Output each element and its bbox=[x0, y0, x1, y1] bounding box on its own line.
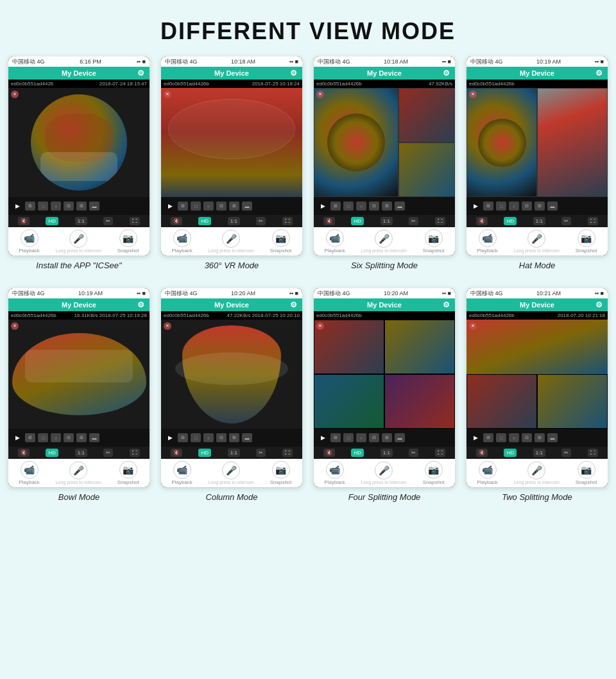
ratio-btn-1[interactable]: 1:1 bbox=[75, 217, 87, 225]
intercom-btn-6[interactable]: 🎤 Long press to intercom bbox=[209, 461, 254, 485]
playback-btn-3[interactable]: 📹 Playback bbox=[324, 229, 345, 254]
fullscreen-btn-6[interactable]: ⛶ bbox=[282, 449, 293, 457]
fullscreen-btn-4[interactable]: ⛶ bbox=[588, 217, 598, 225]
close-icon-4[interactable]: ✕ bbox=[469, 90, 477, 98]
mode-icon-3[interactable]: ○ bbox=[51, 202, 61, 211]
scissor-btn-6[interactable]: ✂ bbox=[256, 449, 266, 457]
bowl-mode-icon-4[interactable]: ⊟ bbox=[64, 433, 74, 442]
snapshot-btn-6[interactable]: 📷 Snapshot bbox=[270, 461, 292, 485]
four-mode-icon-4[interactable]: ⊟ bbox=[369, 433, 379, 442]
six-mode-icon-4[interactable]: ⊟ bbox=[369, 202, 379, 211]
intercom-btn-8[interactable]: 🎤 Long press to intercom bbox=[514, 461, 560, 485]
ratio-btn-6[interactable]: 1:1 bbox=[228, 449, 240, 457]
hd-btn-3[interactable]: HD bbox=[351, 217, 364, 225]
ratio-btn-5[interactable]: 1:1 bbox=[75, 449, 87, 457]
playback-btn-7[interactable]: 📹 Playback bbox=[324, 461, 345, 485]
mode-icon-4[interactable]: ⊟ bbox=[64, 202, 74, 211]
hd-btn-1[interactable]: HD bbox=[46, 217, 58, 225]
col-mode-icon-3[interactable]: ○ bbox=[203, 433, 214, 442]
playback-btn-5[interactable]: 📹 Playback bbox=[19, 461, 39, 485]
play-icon-2[interactable]: ▶ bbox=[165, 202, 175, 211]
mute-btn-4[interactable]: 🔇 bbox=[476, 217, 488, 225]
col-mode-icon-4[interactable]: ⊟ bbox=[216, 433, 227, 442]
fullscreen-btn-3[interactable]: ⛶ bbox=[435, 217, 445, 225]
hd-btn-4[interactable]: HD bbox=[504, 217, 517, 225]
six-mode-icon-2[interactable]: □ bbox=[343, 202, 354, 211]
two-mode-icon-2[interactable]: □ bbox=[496, 433, 506, 442]
playback-btn-4[interactable]: 📹 Playback bbox=[477, 229, 497, 254]
two-mode-icon-5[interactable]: ⊞ bbox=[535, 433, 545, 442]
fullscreen-btn-8[interactable]: ⛶ bbox=[588, 449, 598, 457]
scissor-btn-7[interactable]: ✂ bbox=[409, 449, 418, 457]
four-mode-icon-2[interactable]: □ bbox=[343, 433, 354, 442]
four-mode-icon-5[interactable]: ⊞ bbox=[382, 433, 392, 442]
fullscreen-btn-7[interactable]: ⛶ bbox=[435, 449, 445, 457]
ratio-btn-7[interactable]: 1:1 bbox=[381, 449, 393, 457]
two-mode-icon-6[interactable]: ▬ bbox=[547, 433, 558, 442]
play-icon-7[interactable]: ▶ bbox=[318, 433, 328, 442]
hd-btn-2[interactable]: HD bbox=[198, 217, 211, 225]
intercom-btn-5[interactable]: 🎤 Long press to intercom bbox=[56, 461, 101, 485]
hat-mode-icon-6[interactable]: ▬ bbox=[547, 202, 558, 211]
close-icon-1[interactable]: ✕ bbox=[11, 90, 19, 98]
snapshot-btn-5[interactable]: 📷 Snapshot bbox=[117, 461, 139, 485]
snapshot-btn-2[interactable]: 📷 Snapshot bbox=[270, 229, 292, 254]
close-icon-6[interactable]: ✕ bbox=[164, 322, 171, 330]
mute-btn-7[interactable]: 🔇 bbox=[323, 449, 335, 457]
mute-btn-2[interactable]: 🔇 bbox=[171, 217, 182, 225]
hat-mode-icon-4[interactable]: ⊟ bbox=[522, 202, 532, 211]
scissor-btn-4[interactable]: ✂ bbox=[561, 217, 571, 225]
hat-mode-icon-2[interactable]: □ bbox=[496, 202, 506, 211]
scissor-btn-2[interactable]: ✂ bbox=[256, 217, 266, 225]
close-icon-3[interactable]: ✕ bbox=[316, 90, 324, 98]
bowl-mode-icon-2[interactable]: □ bbox=[38, 433, 48, 442]
play-icon-4[interactable]: ▶ bbox=[470, 202, 481, 211]
vr-mode-icon-2[interactable]: □ bbox=[191, 202, 201, 211]
col-mode-icon-1[interactable]: ⊞ bbox=[178, 433, 188, 442]
scissor-btn-1[interactable]: ✂ bbox=[103, 217, 113, 225]
hat-mode-icon-1[interactable]: ⊞ bbox=[483, 202, 493, 211]
playback-btn-6[interactable]: 📹 Playback bbox=[171, 461, 192, 485]
six-mode-icon-6[interactable]: ▬ bbox=[395, 202, 405, 211]
vr-mode-icon-4[interactable]: ⊟ bbox=[216, 202, 227, 211]
snapshot-btn-4[interactable]: 📷 Snapshot bbox=[576, 229, 597, 254]
ratio-btn-8[interactable]: 1:1 bbox=[533, 449, 545, 457]
mute-btn-3[interactable]: 🔇 bbox=[323, 217, 335, 225]
two-mode-icon-1[interactable]: ⊞ bbox=[483, 433, 493, 442]
mode-icon-1[interactable]: ⊞ bbox=[25, 202, 35, 211]
six-mode-icon-5[interactable]: ⊞ bbox=[382, 202, 392, 211]
playback-btn-1[interactable]: 📹 Playback bbox=[19, 229, 39, 254]
bowl-mode-icon-6[interactable]: ▬ bbox=[89, 433, 99, 442]
scissor-btn-3[interactable]: ✂ bbox=[409, 217, 418, 225]
bowl-mode-icon-3[interactable]: ○ bbox=[51, 433, 61, 442]
close-icon-5[interactable]: ✕ bbox=[11, 322, 19, 330]
six-mode-icon-1[interactable]: ⊞ bbox=[330, 202, 341, 211]
col-mode-icon-6[interactable]: ▬ bbox=[242, 433, 252, 442]
hd-btn-6[interactable]: HD bbox=[198, 449, 211, 457]
snapshot-btn-8[interactable]: 📷 Snapshot bbox=[576, 461, 597, 485]
hd-btn-8[interactable]: HD bbox=[504, 449, 517, 457]
close-icon-7[interactable]: ✕ bbox=[316, 322, 324, 330]
play-icon-6[interactable]: ▶ bbox=[165, 433, 175, 442]
vr-mode-icon-1[interactable]: ⊞ bbox=[178, 202, 188, 211]
vr-mode-icon-3[interactable]: ○ bbox=[203, 202, 214, 211]
four-mode-icon-6[interactable]: ▬ bbox=[395, 433, 405, 442]
fullscreen-btn-5[interactable]: ⛶ bbox=[130, 449, 140, 457]
playback-btn-8[interactable]: 📹 Playback bbox=[477, 461, 497, 485]
col-mode-icon-2[interactable]: □ bbox=[191, 433, 201, 442]
six-mode-icon-3[interactable]: ○ bbox=[356, 202, 366, 211]
close-icon-8[interactable]: ✕ bbox=[469, 322, 477, 330]
hat-mode-icon-5[interactable]: ⊞ bbox=[535, 202, 545, 211]
ratio-btn-3[interactable]: 1:1 bbox=[381, 217, 393, 225]
fullscreen-btn-1[interactable]: ⛶ bbox=[130, 217, 140, 225]
mute-btn-8[interactable]: 🔇 bbox=[476, 449, 488, 457]
fullscreen-btn-2[interactable]: ⛶ bbox=[282, 217, 293, 225]
hd-btn-5[interactable]: HD bbox=[46, 449, 58, 457]
intercom-btn-4[interactable]: 🎤 Long press to intercom bbox=[514, 230, 560, 253]
play-icon-8[interactable]: ▶ bbox=[470, 433, 481, 442]
snapshot-btn-3[interactable]: 📷 Snapshot bbox=[423, 229, 445, 254]
mute-btn-1[interactable]: 🔇 bbox=[18, 217, 30, 225]
ratio-btn-2[interactable]: 1:1 bbox=[228, 217, 240, 225]
snapshot-btn-7[interactable]: 📷 Snapshot bbox=[423, 461, 445, 485]
two-mode-icon-4[interactable]: ⊟ bbox=[522, 433, 532, 442]
